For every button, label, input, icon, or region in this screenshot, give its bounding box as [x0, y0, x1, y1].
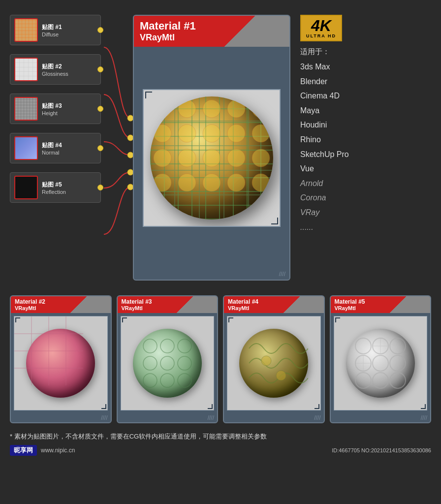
mini-footer-mark-5: //// — [421, 414, 427, 421]
mini-minimize-5[interactable] — [418, 299, 426, 300]
mini-minimize-2[interactable] — [99, 299, 107, 300]
node-height: 贴图 #3 Height — [10, 94, 101, 124]
svg-point-23 — [154, 149, 171, 167]
watermark-logo: 昵享网 — [10, 445, 37, 456]
mini-frame-5 — [334, 316, 428, 410]
svg-point-56 — [355, 373, 371, 388]
material-card-header: Material #1 VRayMtl — [134, 16, 289, 47]
main-sphere — [150, 96, 273, 220]
mini-material-5: Material #5 VRayMtl — [330, 295, 432, 423]
disclaimer: * 素材为贴图图片，不含材质文件，需要在CG软件内相应通道使用，可能需要调整相关… — [0, 428, 441, 443]
mini-title-2: Material #2 — [15, 298, 107, 305]
node-connector-5 — [97, 185, 103, 190]
mini-subtitle-5: VRayMtl — [335, 305, 427, 311]
svg-point-21 — [227, 125, 245, 142]
node-diffuse: 贴图 #1 Diffuse — [10, 15, 101, 45]
node-label-2: 贴图 #2 — [42, 63, 68, 71]
watermark-id: ID:4667705 NO:20210214153853630086 — [332, 447, 431, 453]
mini-footer-5: //// — [331, 413, 431, 422]
minimize-button[interactable] — [273, 19, 284, 21]
node-type-3: Height — [42, 110, 62, 116]
svg-point-43 — [160, 356, 174, 370]
mini-preview-4 — [224, 313, 324, 413]
node-thumb-glossiness — [14, 58, 38, 81]
svg-point-46 — [160, 374, 174, 387]
svg-point-50 — [355, 338, 371, 354]
mini-footer-mark-3: //// — [208, 414, 214, 421]
mini-title-3: Material #3 — [122, 298, 214, 305]
card-footer: //// — [134, 269, 289, 280]
watermark-left: 昵享网 www.nipic.cn — [10, 445, 75, 456]
sphere-mini-3 — [133, 329, 202, 398]
mini-preview-5 — [331, 313, 431, 413]
badge-4k-container: 4K ULTRA HD — [300, 15, 431, 41]
node-thumb-diffuse — [14, 18, 38, 42]
watermark-row: 昵享网 www.nipic.cn ID:4667705 NO:202102141… — [0, 443, 441, 458]
mini-materials-row: Material #2 VRayMtl — [0, 290, 441, 428]
mini-material-4: Material #4 VRayMtl — [223, 295, 325, 423]
node-label-3: 贴图 #3 — [42, 102, 62, 110]
svg-point-54 — [373, 355, 388, 371]
sphere-mini-5 — [346, 329, 415, 398]
mini-title-4: Material #4 — [228, 298, 320, 305]
node-type-1: Diffuse — [42, 32, 62, 37]
svg-point-31 — [227, 174, 245, 191]
svg-point-44 — [178, 356, 191, 370]
badge-4k-subtext: ULTRA HD — [306, 33, 336, 38]
compat-rhino: Rhino — [300, 133, 431, 146]
compat-vray: VRay — [300, 206, 431, 219]
mini-footer-4: //// — [224, 413, 324, 422]
svg-point-18 — [154, 125, 171, 142]
sphere-mini-4 — [239, 329, 308, 398]
preview-frame — [143, 89, 281, 227]
mini-footer-3: //// — [118, 413, 218, 422]
node-thumb-height — [14, 97, 38, 121]
mini-subtitle-4: VRayMtl — [228, 305, 320, 311]
mini-footer-mark-2: //// — [101, 414, 107, 421]
material-preview — [134, 47, 289, 269]
node-type-2: Glossiness — [42, 71, 68, 77]
svg-point-57 — [373, 373, 388, 388]
svg-point-22 — [252, 125, 270, 142]
node-glossiness: 贴图 #2 Glossiness — [10, 54, 101, 85]
svg-point-30 — [203, 174, 220, 191]
compat-sketchup: SketchUp Pro — [300, 148, 431, 161]
compat-arnold: Arnold — [300, 177, 431, 190]
svg-point-17 — [252, 100, 270, 118]
material-subtitle: VRayMtl — [140, 32, 284, 43]
mini-header-2: Material #2 VRayMtl — [11, 296, 111, 313]
node-thumb-reflection — [14, 176, 38, 199]
svg-point-27 — [252, 149, 270, 167]
svg-point-16 — [227, 100, 245, 118]
svg-point-39 — [143, 339, 157, 353]
mini-footer-mark-4: //// — [314, 414, 320, 421]
svg-point-20 — [203, 125, 220, 142]
compat-cinema4d: Cinema 4D — [300, 90, 431, 102]
svg-point-42 — [143, 356, 157, 370]
badge-4k: 4K ULTRA HD — [300, 15, 342, 41]
node-label-4: 贴图 #4 — [42, 141, 62, 150]
mini-subtitle-2: VRayMtl — [15, 305, 107, 311]
mini-minimize-3[interactable] — [205, 299, 213, 300]
mini-material-3: Material #3 VRayMtl — [117, 295, 219, 423]
main-material-card: Material #1 VRayMtl — [133, 15, 290, 281]
mini-frame-3 — [121, 316, 215, 410]
svg-point-49 — [276, 371, 286, 380]
mini-minimize-4[interactable] — [312, 299, 320, 300]
mini-subtitle-3: VRayMtl — [122, 305, 214, 311]
svg-point-47 — [178, 374, 191, 387]
info-panel: 4K ULTRA HD 适用于： 3ds Max Blender Cinema … — [300, 10, 431, 281]
badge-4k-text: 4K — [311, 18, 331, 33]
svg-point-29 — [178, 174, 196, 191]
mini-material-2: Material #2 VRayMtl — [10, 295, 112, 423]
compat-houdini: Houdini — [300, 119, 431, 131]
compat-more: ...... — [300, 221, 431, 234]
sphere-5-svg — [346, 329, 415, 398]
mini-header-4: Material #4 VRayMtl — [224, 296, 324, 313]
node-connector-3 — [97, 106, 103, 112]
compat-3dsmax: 3ds Max — [300, 61, 431, 73]
svg-point-14 — [178, 100, 196, 118]
svg-point-13 — [154, 100, 171, 118]
node-thumb-normal — [14, 136, 38, 160]
svg-point-52 — [390, 338, 406, 354]
